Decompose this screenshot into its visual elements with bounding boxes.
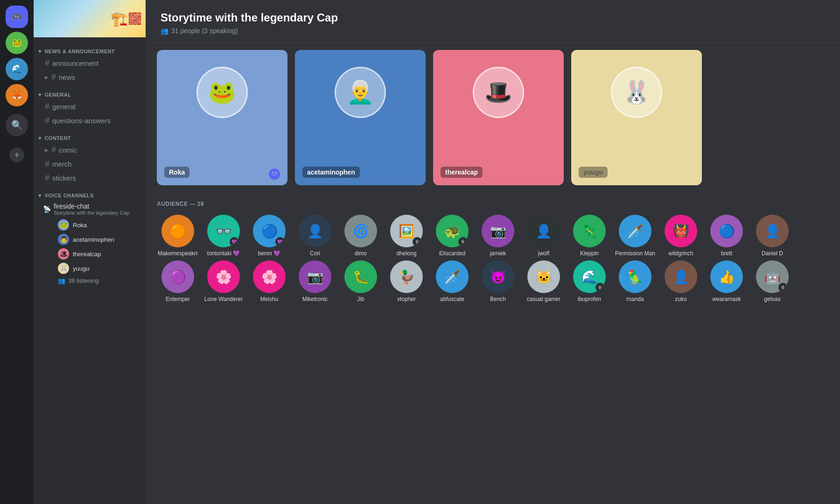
channel-item-news[interactable]: ▶ # news xyxy=(37,70,142,84)
audience-name-cori: Cori xyxy=(310,250,320,257)
audience-name-brett: brett xyxy=(721,250,732,257)
voice-member-acetaminophen[interactable]: 👨 acetaminophen xyxy=(52,232,142,246)
server-icon-3[interactable]: 🌊 xyxy=(6,58,28,80)
channel-item-announcement[interactable]: # announcement xyxy=(37,56,142,70)
category-news-announcement[interactable]: ▼ NEWS & ANNOUNCEMENT xyxy=(34,41,146,56)
audience-member-tontontaki[interactable]: 👓 💜 tontontaki 💜 xyxy=(203,215,245,257)
audience-member-dimo[interactable]: 🌀 dimo xyxy=(340,215,382,257)
category-content-label: ▼ CONTENT xyxy=(37,135,71,141)
channel-item-stickers[interactable]: # stickers xyxy=(37,171,142,185)
audience-member-jamiek[interactable]: 📷 jamiek xyxy=(477,215,519,257)
audience-member-idiscarded[interactable]: 🐢 🎙 iDiscarded xyxy=(431,215,473,257)
speaker-card-roka[interactable]: 🐸 Roka 🛡 xyxy=(157,50,287,185)
server-icon-2[interactable]: 🐸 xyxy=(6,32,28,54)
voice-member-therealcap[interactable]: 🎩 therealcap xyxy=(52,247,142,261)
discover-button[interactable]: 🔍 xyxy=(6,114,28,136)
audience-member-wildgrinch[interactable]: 👹 wildgrinch xyxy=(660,215,702,257)
chevron-down-icon-general: ▼ xyxy=(37,92,42,98)
add-server-button[interactable]: + xyxy=(9,147,24,162)
audience-member-kleppin[interactable]: 🦎 Kleppin xyxy=(568,215,610,257)
audience-member-bench[interactable]: 😈 Bench xyxy=(477,260,519,302)
audience-avatar-lonewanderer: 🌸 xyxy=(207,260,240,293)
server-icon-1[interactable]: 🎮 xyxy=(6,6,28,28)
audience-member-abfuscate[interactable]: 🗡️ abfuscate xyxy=(431,260,473,302)
audience-member-miketronic[interactable]: 📷 Miketronic xyxy=(294,260,336,302)
hash-icon-stickers: # xyxy=(45,173,49,183)
audience-avatar-xtopher: 🦆 xyxy=(390,260,423,293)
speakers-section: 🐸 Roka 🛡 👨‍🦳 acetaminophen 🎩 therealcap … xyxy=(146,42,840,193)
audience-member-cori[interactable]: 👤 Cori xyxy=(294,215,336,257)
category-news-label: ▼ NEWS & ANNOUNCEMENT xyxy=(37,49,115,54)
category-general[interactable]: ▼ GENERAL xyxy=(34,84,146,99)
stage-meta: 👥 31 people (3 speaking) xyxy=(161,27,825,35)
voice-member-roka[interactable]: 🐸 Roka xyxy=(52,218,142,232)
audience-member-casualgamer[interactable]: 🐱 casual gamer xyxy=(523,260,565,302)
voice-member-name-acet: acetaminophen xyxy=(73,236,114,243)
audience-member-makemespeakrr[interactable]: 🟠 Makemespeakrr xyxy=(157,215,199,257)
audience-avatar-jwoff: 👤 xyxy=(527,215,560,247)
audience-member-brett[interactable]: 🔵 brett xyxy=(706,215,748,257)
voice-member-name-roka: Roka xyxy=(73,222,87,229)
speaker-card-acetaminophen[interactable]: 👨‍🦳 acetaminophen xyxy=(295,50,426,185)
speaker-card-yuugu[interactable]: 🐰 yuugu xyxy=(571,50,702,185)
audience-name-benm: benm 💜 xyxy=(258,250,280,257)
audience-member-getvax[interactable]: 🤖 🎙 getvax xyxy=(751,260,793,302)
audience-name-tontontaki: tontontaki 💜 xyxy=(207,250,240,257)
speaker-mod-icon-roka: 🛡 xyxy=(269,168,280,180)
category-voice-label: ▼ VOICE CHANNELS xyxy=(37,193,94,198)
audience-member-wearamask[interactable]: 👍 wearamask xyxy=(706,260,748,302)
audience-member-zuko[interactable]: 👤 zuko xyxy=(660,260,702,302)
people-meta-icon: 👥 xyxy=(161,27,168,35)
channel-item-questions[interactable]: # questions-answers xyxy=(37,114,142,127)
audience-member-dhelong[interactable]: 🖼️ 🎙 dhelong xyxy=(385,215,427,257)
audience-name-entemper: Entemper xyxy=(166,296,190,302)
audience-member-meishu[interactable]: 🌸 Meishu xyxy=(248,260,290,302)
audience-avatar-bench: 😈 xyxy=(482,260,514,293)
channel-item-comic[interactable]: ▶ # comic xyxy=(37,143,142,157)
audience-member-jib[interactable]: 🐛 Jib xyxy=(340,260,382,302)
speaker-card-therealcap[interactable]: 🎩 therealcap xyxy=(433,50,564,185)
audience-avatar-idiscarded: 🐢 🎙 xyxy=(436,215,469,247)
hash-icon-comic: # xyxy=(51,145,56,155)
audience-avatar-jib: 🐛 xyxy=(344,260,377,293)
category-content[interactable]: ▼ CONTENT xyxy=(34,128,146,143)
hash-icon-merch: # xyxy=(45,159,49,169)
audience-avatar-danield: 👤 xyxy=(756,215,789,247)
hash-icon-announcement: # xyxy=(45,58,49,68)
audience-member-danield[interactable]: 👤 Daniel D xyxy=(751,215,793,257)
hash-icon-news: # xyxy=(51,72,56,82)
audience-avatar-entemper: 🟣 xyxy=(161,260,194,293)
audience-badge-tontontaki: 💜 xyxy=(230,237,239,246)
audience-member-jwoff[interactable]: 👤 jwoff xyxy=(523,215,565,257)
audience-name-lonewanderer: Lone Wanderer xyxy=(204,296,243,302)
audience-member-entemper[interactable]: 🟣 Entemper xyxy=(157,260,199,302)
server-bar: 🎮 🐸 🌊 🦊 🔍 + xyxy=(0,0,34,504)
server-icon-4[interactable]: 🦊 xyxy=(6,84,28,106)
audience-member-permissionman[interactable]: 🗡️ Permission Man xyxy=(614,215,656,257)
category-voice[interactable]: ▼ VOICE CHANNELS xyxy=(34,185,146,200)
audience-name-casualgamer: casual gamer xyxy=(527,296,560,302)
audience-avatar-tontontaki: 👓 💜 xyxy=(207,215,240,247)
channel-item-merch[interactable]: # merch xyxy=(37,157,142,171)
hash-icon-general: # xyxy=(45,102,49,112)
audience-avatar-brett: 🔵 xyxy=(710,215,743,247)
channel-item-general[interactable]: # general xyxy=(37,100,142,113)
audience-member-lonewanderer[interactable]: 🌸 Lone Wanderer xyxy=(203,260,245,302)
voice-channel-fireside[interactable]: 📡 fireside-chat Storytime with the legen… xyxy=(37,201,142,217)
voice-member-yuugu[interactable]: 🐰 yuugu xyxy=(52,261,142,275)
audience-avatar-wearamask: 👍 xyxy=(710,260,743,293)
voice-channel-subtitle: Storytime with the legendary Cap xyxy=(54,210,129,216)
main-content: Storytime with the legendary Cap 👥 31 pe… xyxy=(146,0,840,504)
hash-icon-questions: # xyxy=(45,116,49,126)
audience-avatar-zuko: 👤 xyxy=(665,260,697,293)
audience-member-benm[interactable]: 🔵 💜 benm 💜 xyxy=(248,215,290,257)
audience-member-xtopher[interactable]: 🦆 xtopher xyxy=(385,260,427,302)
audience-member-ibuprofen[interactable]: 🌊 🎙 ibuprofen xyxy=(568,260,610,302)
chevron-right-icon-comic: ▶ xyxy=(45,147,49,153)
sidebar-channels: ▼ NEWS & ANNOUNCEMENT # announcement ▶ #… xyxy=(34,37,146,290)
sidebar: 🏗️ 🧱 ▼ NEWS & ANNOUNCEMENT # announcemen… xyxy=(34,0,146,504)
audience-member-rnanda[interactable]: 🦜 rnanda xyxy=(614,260,656,302)
voice-member-avatar-acet: 👨 xyxy=(58,234,69,245)
audience-badge-getvax: 🎙 xyxy=(778,283,788,292)
audience-name-makemespeakrr: Makemespeakrr xyxy=(158,250,198,257)
